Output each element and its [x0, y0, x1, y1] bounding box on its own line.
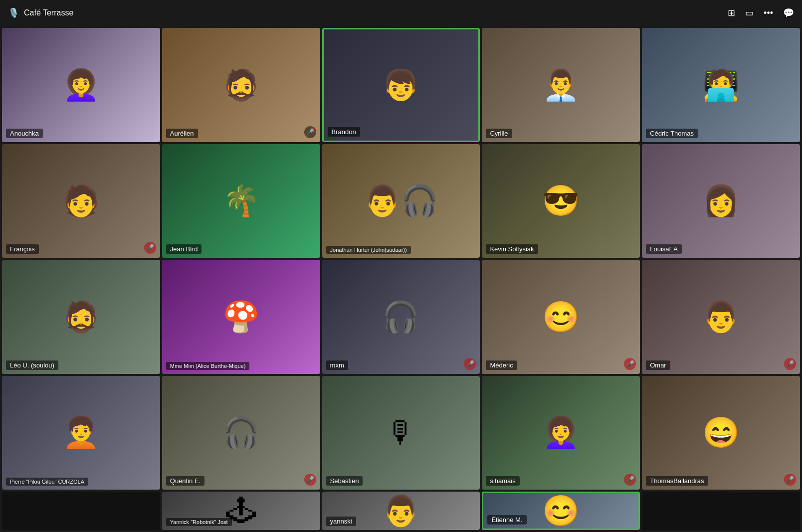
name-leo: Léo U. (soulou) — [6, 360, 58, 370]
name-jean: Jean Btrd — [166, 244, 202, 254]
tile-kevin: 😎 Kevin Soltysiak — [482, 144, 640, 258]
tile-empty-row5-col5 — [642, 492, 800, 530]
avatar-sebastien: 🎙 — [322, 376, 480, 490]
name-etienne: Étienne M. — [487, 515, 526, 525]
name-anouchka: Anouchka — [6, 129, 43, 138]
tile-sihamais: 👩‍🦱 sihamais 🎤 — [482, 376, 640, 490]
tile-quentin: 🎧 Quentin E. 🎤 — [162, 376, 320, 490]
name-kevin: Kevin Soltysiak — [486, 244, 538, 254]
name-louisa: LouisaEA — [646, 244, 682, 254]
avatar-mxm: 🎧 — [322, 260, 480, 374]
monitor-icon[interactable]: ▭ — [745, 7, 754, 18]
topbar-left: 🎙️ Café Terrasse — [8, 7, 73, 18]
name-quentin: Quentin E. — [166, 476, 204, 486]
tile-mederic: 😊 Méderic 🎤 — [482, 260, 640, 374]
tile-jean: 🌴 Jean Btrd — [162, 144, 320, 258]
name-mme: Mme Mim (Alice Burthe-Mique) — [166, 362, 250, 370]
name-brandon: Brandon — [328, 127, 360, 137]
avatar-omar: 👨 — [642, 260, 800, 374]
tile-omar: 👨 Omar 🎤 — [642, 260, 800, 374]
mute-thomas: 🎤 — [784, 474, 796, 486]
tile-empty-row5-col1 — [2, 492, 160, 530]
tile-yannski: 👨 yannski — [322, 492, 480, 530]
mic-icon: 🎙️ — [8, 7, 19, 18]
tile-yannick: 🕹 Yannick "Robotnik" Jost — [162, 492, 320, 530]
chat-icon[interactable]: 💬 — [783, 7, 794, 18]
avatar-louisa: 👩 — [642, 144, 800, 258]
avatar-mme: 🍄 — [162, 260, 320, 374]
mute-omar: 🎤 — [784, 358, 796, 370]
name-mederic: Méderic — [486, 360, 517, 370]
mute-sihamais: 🎤 — [624, 474, 636, 486]
avatar-sihamais: 👩‍🦱 — [482, 376, 640, 490]
name-yannski: yannski — [326, 517, 356, 526]
name-francois: François — [6, 244, 39, 254]
avatar-jonathan: 👨‍🎧 — [322, 144, 480, 258]
video-grid: 👩‍🦱 Anouchka 🧔 Aurélien 🎤✕ 👦 Brandon 👨‍💼… — [0, 26, 802, 532]
name-cedric: Cédric Thomas — [646, 129, 698, 138]
avatar-jean: 🌴 — [162, 144, 320, 258]
avatar-thomas: 😄 — [642, 376, 800, 490]
tile-cyrille: 👨‍💼 Cyrille — [482, 28, 640, 142]
avatar-pierre: 🧑‍🦱 — [2, 376, 160, 490]
topbar: 🎙️ Café Terrasse ⊞ ▭ ••• 💬 — [0, 0, 802, 26]
mute-aurelien: 🎤✕ — [304, 126, 316, 138]
avatar-cedric: 🧑‍💻 — [642, 28, 800, 142]
avatar-francois: 🧑 — [2, 144, 160, 258]
avatar-cyrille: 👨‍💼 — [482, 28, 640, 142]
topbar-right: ⊞ ▭ ••• 💬 — [728, 7, 794, 18]
mute-quentin: 🎤 — [304, 474, 316, 486]
app-title: Café Terrasse — [24, 8, 73, 17]
avatar-aurelien: 🧔 — [162, 28, 320, 142]
name-sebastien: Sebastien — [326, 476, 363, 486]
tile-brandon: 👦 Brandon — [322, 28, 480, 142]
avatar-mederic: 😊 — [482, 260, 640, 374]
tile-sebastien: 🎙 Sebastien — [322, 376, 480, 490]
grid-icon[interactable]: ⊞ — [728, 7, 735, 18]
tile-pierre: 🧑‍🦱 Pierre "Pilou Gilou" CURZOLA — [2, 376, 160, 490]
mute-francois: 🎤 — [144, 242, 156, 254]
tile-louisa: 👩 LouisaEA — [642, 144, 800, 258]
name-thomas: ThomasBallandras — [646, 476, 708, 486]
avatar-quentin: 🎧 — [162, 376, 320, 490]
avatar-kevin: 😎 — [482, 144, 640, 258]
name-pierre: Pierre "Pilou Gilou" CURZOLA — [6, 478, 88, 486]
name-aurelien: Aurélien — [166, 129, 198, 138]
name-cyrille: Cyrille — [486, 129, 512, 138]
mute-mederic: 🎤 — [624, 358, 636, 370]
tile-leo: 🧔 Léo U. (soulou) — [2, 260, 160, 374]
tile-jonathan: 👨‍🎧 Jonathan Hurter (John(sudaar)) — [322, 144, 480, 258]
tile-francois: 🧑 François 🎤 — [2, 144, 160, 258]
tile-mme: 🍄 Mme Mim (Alice Burthe-Mique) — [162, 260, 320, 374]
name-yannick: Yannick "Robotnik" Jost — [166, 518, 232, 526]
name-sihamais: sihamais — [486, 476, 519, 486]
tile-anouchka: 👩‍🦱 Anouchka — [2, 28, 160, 142]
tile-cedric: 🧑‍💻 Cédric Thomas — [642, 28, 800, 142]
avatar-leo: 🧔 — [2, 260, 160, 374]
avatar-brandon: 👦 — [324, 29, 479, 141]
tile-etienne: 😊 Étienne M. — [482, 492, 640, 530]
tile-aurelien: 🧔 Aurélien 🎤✕ — [162, 28, 320, 142]
tile-thomas: 😄 ThomasBallandras 🎤 — [642, 376, 800, 490]
more-icon[interactable]: ••• — [764, 8, 773, 18]
tile-mxm: 🎧 mxm 🎤 — [322, 260, 480, 374]
name-jonathan: Jonathan Hurter (John(sudaar)) — [326, 246, 411, 254]
name-omar: Omar — [646, 360, 670, 370]
name-mxm: mxm — [326, 360, 348, 370]
mute-mxm: 🎤 — [464, 358, 476, 370]
avatar-anouchka: 👩‍🦱 — [2, 28, 160, 142]
